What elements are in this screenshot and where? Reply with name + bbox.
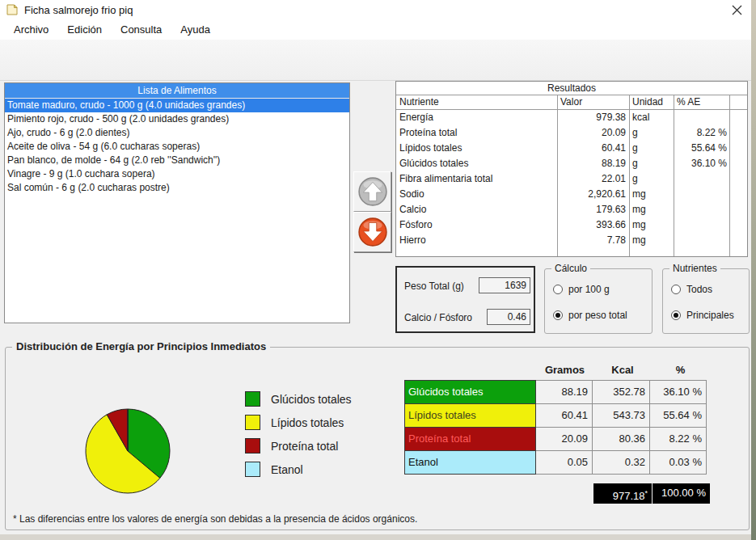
results-cell: Energía (396, 110, 557, 125)
food-list-header: Lista de Alimentos (5, 83, 349, 99)
move-up-button[interactable] (353, 171, 391, 212)
results-row: Hierro7.78mg (396, 233, 747, 248)
radio-icon[interactable] (671, 285, 681, 294)
radio-icon[interactable] (553, 285, 563, 294)
food-list-item[interactable]: Ajo, crudo - 6 g (2.0 dientes) (5, 126, 349, 140)
results-grid-line (674, 95, 674, 256)
results-cell: 8.22 % (674, 125, 729, 141)
food-list-item[interactable]: Pan blanco, de molde - 64 g (2.0 reb ''S… (5, 154, 349, 167)
results-cell (674, 217, 729, 233)
energy-total-row: 977.18* 100.00 % (593, 483, 710, 504)
radio-option-principales[interactable]: Principales (671, 310, 734, 321)
radio-option-por-100-g[interactable]: por 100 g (553, 284, 610, 295)
menu-item-consulta[interactable]: Consulta (113, 21, 169, 38)
window-title: Ficha salmorejo frio piq (24, 4, 133, 16)
results-cell: Lípidos totales (396, 141, 557, 156)
menu-item-archivo[interactable]: Archivo (6, 21, 56, 38)
results-cell: Calcio (396, 202, 557, 217)
move-down-button[interactable] (353, 212, 391, 252)
radio-option-por-peso-total[interactable]: por peso total (553, 310, 627, 321)
energy-row-label: Etanol (404, 450, 536, 475)
calcio-fosforo-label: Calcio / Fósforo (404, 312, 472, 323)
menu-item-ayuda[interactable]: Ayuda (173, 21, 218, 38)
results-row: Glúcidos totales88.19g36.10 % (396, 156, 747, 171)
kcal-column-header: Kcal (593, 364, 652, 376)
menu-item-edicion[interactable]: Edición (60, 21, 109, 38)
legend-swatch-icon (245, 438, 260, 454)
energy-table-row: Glúcidos totales88.19352.7836.10 % (404, 380, 707, 404)
radio-label: por 100 g (568, 284, 610, 295)
results-row: Sodio2,920.61mg (396, 187, 747, 202)
results-col-header-spacer (729, 95, 747, 109)
energy-kcal-cell: 543.73 (592, 403, 650, 428)
energy-gramos-cell: 20.09 (535, 427, 593, 451)
energy-row-label: Lípidos totales (404, 403, 536, 428)
results-cell (674, 202, 729, 217)
results-row: Proteína total20.09g8.22 % (396, 125, 747, 141)
results-cell: Fibra alimentaria total (396, 171, 557, 187)
results-cell: Fósforo (396, 217, 557, 233)
results-col-header: % AE (674, 95, 729, 109)
results-cell: mg (629, 202, 674, 217)
energy-gramos-cell: 0.05 (535, 450, 593, 475)
title-bar: Ficha salmorejo frio piq (0, 0, 751, 19)
radio-label: Principales (686, 310, 734, 321)
pie-legend: Glúcidos totalesLípidos totalesProteína … (245, 387, 352, 481)
peso-total-label: Peso Total (g) (404, 281, 464, 292)
energy-row-label: Glúcidos totales (404, 380, 536, 404)
legend-item: Etanol (245, 458, 352, 481)
food-listbox: Lista de Alimentos Tomate maduro, crudo … (4, 82, 350, 323)
calcio-fosforo-field[interactable]: 0.46 (487, 309, 530, 325)
results-cell: 36.10 % (674, 156, 729, 171)
results-cell: 179.63 (557, 202, 629, 217)
food-list-item[interactable]: Pimiento rojo, crudo - 500 g (2.0 unidad… (5, 112, 349, 126)
results-row: Fibra alimentaria total22.01g (396, 171, 747, 187)
nutrientes-legend: Nutrientes (669, 263, 720, 274)
food-list-item[interactable]: Sal común - 6 g (2.0 cucharas postre) (5, 181, 349, 195)
energy-percent-cell: 36.10 % (649, 380, 707, 404)
results-cell (674, 187, 729, 202)
desktop-background (751, 0, 756, 540)
legend-item: Glúcidos totales (245, 387, 352, 411)
results-cell: 979.38 (557, 110, 629, 125)
energy-row-label: Proteína total (404, 427, 536, 451)
legend-item: Lípidos totales (245, 411, 352, 434)
radio-selected-icon[interactable] (553, 310, 563, 320)
menu-bar: ArchivoEdiciónConsultaAyuda (0, 19, 751, 40)
total-kcal-cell: 977.18* (593, 483, 652, 504)
close-button[interactable] (726, 2, 747, 18)
results-cell (674, 233, 729, 248)
results-grid-line (729, 95, 730, 256)
energy-table-row: Lípidos totales60.41543.7355.64 % (404, 403, 707, 428)
results-row: Lípidos totales60.41g55.64 % (396, 141, 747, 156)
radio-label: Todos (686, 284, 712, 295)
results-col-header: Unidad (629, 95, 674, 109)
results-cell: 7.78 (557, 233, 629, 248)
peso-total-field[interactable]: 1639 (479, 277, 530, 293)
results-cell: 20.09 (557, 125, 629, 141)
results-title: Resultados (396, 82, 747, 95)
close-icon (732, 5, 742, 15)
energy-percent-cell: 0.03 % (649, 450, 707, 475)
food-list-item[interactable]: Vinagre - 9 g (1.0 cuchara sopera) (5, 167, 349, 181)
food-list-item[interactable]: Aceite de oliva - 54 g (6.0 cucharas sop… (5, 140, 349, 154)
results-row: Energía979.38kcal (396, 110, 747, 125)
energy-table-row: Proteína total20.0980.368.22 % (404, 427, 707, 451)
radio-selected-icon[interactable] (671, 310, 681, 320)
calculo-legend: Cálculo (551, 263, 590, 274)
results-rows: Energía979.38kcalProteína total20.09g8.2… (396, 110, 747, 248)
radio-option-todos[interactable]: Todos (671, 284, 712, 295)
food-list-item[interactable]: Tomate maduro, crudo - 1000 g (4.0 unida… (5, 99, 349, 112)
energy-table-row: Etanol0.050.320.03 % (404, 450, 707, 475)
legend-label: Etanol (271, 463, 303, 476)
results-cell: 22.01 (557, 171, 629, 187)
results-column-headers: NutrienteValorUnidad% AE (396, 95, 747, 110)
results-cell: Glúcidos totales (396, 156, 557, 171)
energy-distribution-table: Glúcidos totales88.19352.7836.10 %Lípido… (404, 380, 707, 475)
energy-gramos-cell: 60.41 (535, 403, 593, 428)
summary-box: Peso Total (g) 1639 Calcio / Fósforo 0.4… (395, 266, 535, 333)
legend-swatch-icon (245, 391, 260, 407)
app-icon (6, 3, 19, 16)
results-cell (674, 110, 729, 125)
energy-gramos-cell: 88.19 (535, 380, 593, 404)
